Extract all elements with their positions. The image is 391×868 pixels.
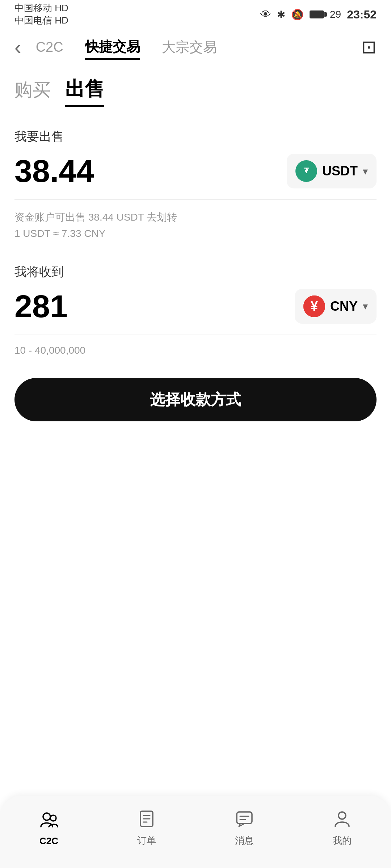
cny-selector[interactable]: ¥ CNY ▾ [295, 289, 377, 324]
receive-divider [14, 335, 377, 335]
sell-sub-info: 资金账户可出售 38.44 USDT 去划转 1 USDT ≈ 7.33 CNY [14, 204, 377, 242]
trade-toggle: 购买 出售 [0, 65, 391, 114]
svg-point-5 [50, 815, 56, 821]
back-button[interactable]: ‹ [14, 35, 21, 59]
time-display: 23:52 [347, 8, 377, 21]
carrier2: 中国电信 HD [14, 14, 68, 27]
status-right: 👁 ✱ 🔕 29 23:52 [260, 8, 377, 21]
sell-label: 我要出售 [14, 128, 377, 145]
message-icon [235, 810, 253, 831]
c2c-label: C2C [39, 835, 58, 847]
tab-c2c[interactable]: C2C [36, 36, 63, 59]
sell-amount[interactable]: 38.44 [14, 155, 94, 187]
usdt-icon: ₮ [295, 160, 317, 182]
sell-tab[interactable]: 出售 [65, 76, 104, 107]
nav-tabs: C2C 快捷交易 大宗交易 [36, 34, 347, 60]
bluetooth-icon: ✱ [277, 9, 285, 21]
scan-button[interactable]: ⊡ [361, 37, 377, 58]
nav-item-message[interactable]: 消息 [196, 810, 293, 847]
cny-label: CNY [330, 299, 358, 314]
buy-tab[interactable]: 购买 [14, 78, 51, 105]
range-info: 10 - 40,000,000 [14, 339, 377, 356]
usdt-label: USDT [322, 163, 358, 179]
svg-text:₮: ₮ [304, 167, 309, 175]
receive-label: 我将收到 [14, 264, 377, 280]
receive-amount[interactable]: 281 [14, 290, 68, 322]
nav-item-mine[interactable]: 我的 [293, 810, 391, 847]
mute-icon: 🔕 [291, 9, 304, 21]
nav-item-order[interactable]: 订单 [98, 810, 196, 847]
svg-point-4 [43, 813, 50, 820]
usdt-dropdown-arrow: ▾ [363, 165, 368, 177]
nav-bar: ‹ C2C 快捷交易 大宗交易 ⊡ [0, 29, 391, 65]
svg-text:¥: ¥ [311, 299, 318, 314]
sell-divider [14, 199, 377, 200]
mine-label: 我的 [333, 834, 352, 847]
bottom-nav: C2C 订单 消息 [0, 796, 391, 868]
available-balance-text: 资金账户可出售 38.44 USDT 去划转 [14, 212, 177, 223]
nav-item-c2c[interactable]: C2C [0, 810, 98, 847]
order-label: 订单 [137, 834, 156, 847]
receive-section: 我将收到 281 ¥ CNY ▾ 10 - 40,000,000 [0, 249, 391, 356]
sell-amount-row: 38.44 ₮ USDT ▾ [14, 154, 377, 196]
carrier1: 中国移动 HD [14, 2, 68, 14]
tab-quick-trade[interactable]: 快捷交易 [85, 34, 140, 60]
mine-icon [333, 810, 351, 831]
message-label: 消息 [235, 834, 254, 847]
status-bar: 中国移动 HD 中国电信 HD 👁 ✱ 🔕 29 23:52 [0, 0, 391, 29]
receive-amount-row: 281 ¥ CNY ▾ [14, 289, 377, 331]
cny-icon: ¥ [303, 295, 325, 317]
svg-point-13 [339, 812, 346, 819]
usdt-selector[interactable]: ₮ USDT ▾ [287, 154, 377, 188]
battery-icon [310, 10, 324, 18]
tab-bulk-trade[interactable]: 大宗交易 [162, 34, 217, 60]
order-icon [138, 810, 156, 831]
select-payment-button[interactable]: 选择收款方式 [14, 378, 377, 421]
eye-icon: 👁 [260, 8, 271, 21]
svg-rect-10 [237, 812, 252, 824]
cny-dropdown-arrow: ▾ [363, 300, 368, 312]
carrier-info: 中国移动 HD 中国电信 HD [14, 2, 68, 27]
c2c-icon [39, 810, 58, 832]
battery-number: 29 [330, 9, 341, 20]
sell-section: 我要出售 38.44 ₮ USDT ▾ 资金账户可出售 38.44 USDT 去… [0, 114, 391, 242]
exchange-rate-text: 1 USDT ≈ 7.33 CNY [14, 228, 105, 239]
action-button-wrap: 选择收款方式 [0, 356, 391, 436]
